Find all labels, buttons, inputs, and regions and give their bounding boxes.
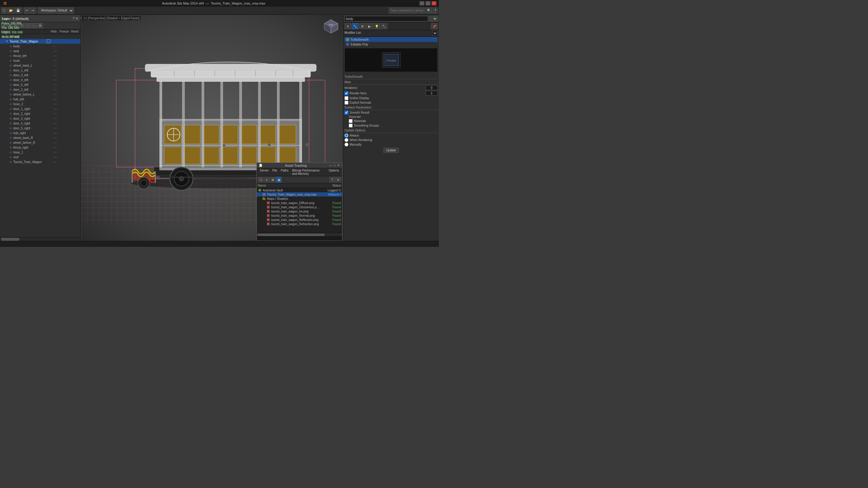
asset-help-btn[interactable]: ? [330,177,335,182]
always-radio[interactable] [344,133,348,138]
layer-item-3[interactable]: ◇seat---- [0,49,81,53]
layer-close-button[interactable]: ✕ [75,16,79,21]
maximize-button[interactable]: □ [426,1,430,5]
layer-item-7[interactable]: ◇door_1_left---- [0,68,81,73]
object-name-input[interactable] [344,16,428,22]
layer-item-18[interactable]: ◇door_4_right---- [0,121,81,126]
asset-item-8[interactable]: tourist_train_wagon_Refraction.pngFound [257,222,342,226]
modifier-list-dropdown[interactable] [432,31,438,36]
open-button[interactable]: 📂 [7,7,14,13]
utility-tab-btn[interactable]: 🔨 [381,23,387,29]
layer-item-icon: ◇ [8,112,13,116]
cube-gizmo[interactable]: TOP [323,18,339,35]
iterations-input[interactable] [426,85,438,90]
layer-move2-btn[interactable]: ↓ [31,23,37,28]
undo-button[interactable]: ↩ [24,7,30,13]
asset-maximize-btn[interactable]: □ [333,164,336,167]
isoline-checkbox[interactable] [344,96,348,100]
modify-tab-btn[interactable]: 🔧 [352,23,358,29]
layer-item-name: door_4_left [13,79,51,82]
asset-detail-btn[interactable]: ▦ [276,177,281,182]
asset-new-btn[interactable]: ☐ [258,177,264,182]
materials-checkbox[interactable] [349,119,352,123]
layer-item-19[interactable]: ◇door_5_right---- [0,126,81,130]
close-button[interactable]: ✕ [432,1,436,5]
layer-item-11[interactable]: ◇door_2_left---- [0,87,81,92]
layer-settings-btn[interactable]: ⚙ [37,23,43,28]
update-button[interactable]: Update [383,148,398,153]
layer-item-8[interactable]: ◇door_3_left---- [0,73,81,78]
asset-item-status: Logged O [320,189,341,192]
layer-item-6[interactable]: ◇wheel_back_L---- [0,63,81,68]
modifier-editablepoly[interactable]: Editable Poly [344,42,438,47]
display-tab-btn[interactable]: 💡 [373,23,380,29]
asset-item-7[interactable]: tourist_train_wagon_Reflection.pngFound [257,218,342,222]
layer-move-btn[interactable]: ↑ [25,23,31,28]
asset-item-4[interactable]: tourist_train_wagon_Glossiness.pngFound [257,205,342,209]
save-button[interactable]: 💾 [15,7,22,13]
layer-item-13[interactable]: ◇hub_left---- [0,97,81,101]
layer-item-15[interactable]: ◇door_1_right---- [0,106,81,111]
layer-item-10[interactable]: ◇door_5_left---- [0,82,81,87]
layer-item-16[interactable]: ◇door_2_right---- [0,111,81,116]
explicit-normals-checkbox[interactable] [344,101,348,104]
new-button[interactable]: ☐ [1,7,7,13]
mod-icon-editpoly [346,42,349,46]
asset-menu-server[interactable]: Server [258,169,270,176]
asset-minimize-btn[interactable]: — [328,164,333,167]
layer-help-button[interactable]: ? [73,16,75,21]
asset-menu-bitmap[interactable]: Bitmap Performance and Memory [290,169,327,176]
help-button[interactable]: ? [433,7,438,13]
layer-item-24[interactable]: ◇hose_1---- [0,150,81,155]
layer-item-23[interactable]: ◇thrust_right---- [0,145,81,150]
layer-item-5[interactable]: ◇hook---- [0,58,81,63]
layer-item-9[interactable]: ◇door_4_left---- [0,78,81,82]
modifier-turbosmoothmod[interactable]: TurboSmooth [344,37,438,42]
asset-close-btn[interactable]: ✕ [337,164,340,167]
smooth-result-checkbox[interactable] [344,111,348,115]
layer-item-2[interactable]: ◇body---- [0,44,81,49]
layer-item-12[interactable]: ◇wheel_before_L---- [0,92,81,97]
smoothing-groups-checkbox[interactable] [349,124,352,127]
redo-button[interactable]: ↪ [30,7,36,13]
search-button[interactable]: 🔍 [426,7,432,13]
minimize-button[interactable]: — [420,1,424,5]
asset-grid-btn[interactable]: ⊞ [270,177,276,182]
pin-btn[interactable]: 📌 [431,23,438,29]
manually-radio[interactable] [344,143,348,147]
layer-item-21[interactable]: ◇wheel_back_R---- [0,135,81,140]
workspace-dropdown[interactable]: Workspace: Default [38,7,74,13]
asset-tracking-header: 📋 Asset Tracking — □ ✕ [257,163,342,168]
layer-scrollbar-h[interactable] [0,237,81,241]
asset-menu-options[interactable]: Options [327,169,341,176]
asset-item-0[interactable]: Autodesk VaultLogged O [257,188,342,192]
search-input[interactable] [389,7,425,13]
svg-rect-17 [278,125,296,144]
render-iters-input[interactable] [426,91,438,96]
object-color-dropdown[interactable] [429,16,438,22]
asset-item-2[interactable]: Maps / Shaders [257,196,342,201]
create-tab-btn[interactable]: ✦ [344,23,351,29]
asset-scrollbar-h[interactable] [257,233,342,236]
asset-item-3[interactable]: tourist_train_wagon_Diffuse.pngFound [257,201,342,205]
layer-item-26[interactable]: ◇Tourist_Train_Wagon---- [0,159,81,164]
layer-item-25[interactable]: ◇roof---- [0,155,81,159]
iterations-row: Iterations: [344,85,438,90]
asset-item-1[interactable]: Tourist_Train_Wagon_max_vray.maxNetwork … [257,192,342,196]
asset-item-6[interactable]: tourist_train_wagon_Normal.pngFound [257,213,342,218]
render-iters-checkbox[interactable] [344,91,348,95]
asset-item-5[interactable]: tourist_train_wagon_Ior.pngFound [257,209,342,213]
layer-item-20[interactable]: ◇hub_right---- [0,130,81,135]
hierarchy-tab-btn[interactable]: ⚙ [359,23,366,29]
when-rendering-radio[interactable] [344,138,348,142]
layer-item-4[interactable]: ◇thrust_left---- [0,53,81,58]
layer-item-22[interactable]: ◇wheel_before_R---- [0,140,81,145]
layer-item-17[interactable]: ◇door_3_right---- [0,116,81,121]
asset-refresh-btn[interactable]: ↻ [336,177,341,182]
asset-list-btn[interactable]: ≡ [264,177,270,182]
layer-item-14[interactable]: ◇hose_2---- [0,101,81,106]
asset-menu-paths[interactable]: Paths [279,169,290,176]
motion-tab-btn[interactable]: ▶ [366,23,373,29]
asset-menu-file[interactable]: File [270,169,279,176]
layer-item-1[interactable]: ▼Tourist_Train_Wagon [0,39,81,44]
